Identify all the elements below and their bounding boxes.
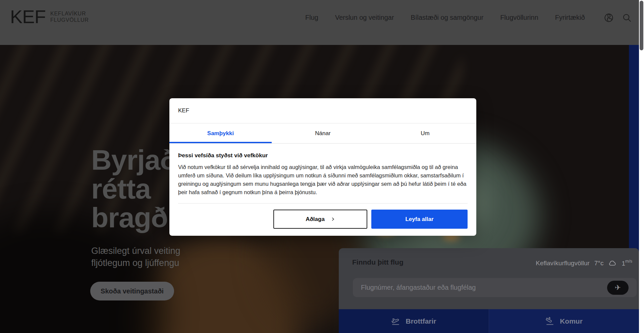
hero-subtitle-line1: Glæsilegt úrval veiting — [91, 245, 180, 257]
hero-subtitle-line2: fljótlegum og ljúffengu — [91, 257, 180, 269]
cookie-dialog-brand: KEF — [178, 107, 189, 114]
tab-departures[interactable]: Brottfarir — [339, 309, 489, 333]
nav-item-flugvollurinn[interactable]: Flugvöllurinn — [500, 14, 538, 21]
plane-takeoff-icon — [391, 317, 400, 326]
kef-logo-mark: KEF — [10, 7, 46, 26]
allow-all-cookies-button[interactable]: Leyfa allar — [371, 210, 468, 229]
hero-subtitle: Glæsilegt úrval veiting fljótlegum og lj… — [91, 245, 180, 269]
search-icon[interactable] — [622, 13, 632, 23]
view-restaurants-button[interactable]: Skoða veitingastaði — [90, 282, 174, 300]
globe-icon[interactable] — [604, 13, 614, 23]
scrollbar-thumb[interactable] — [640, 1, 643, 50]
weather-wind: 1m/s — [622, 259, 632, 267]
plane-icon: ✈ — [615, 284, 621, 291]
header-icons — [604, 0, 632, 35]
flight-board-tabs: Brottfarir Komur — [339, 309, 639, 333]
tab-consent[interactable]: Samþykki — [169, 123, 272, 143]
tab-details[interactable]: Nánar — [272, 123, 374, 143]
tab-about[interactable]: Um — [374, 123, 476, 143]
nav-item-flug[interactable]: Flug — [305, 14, 318, 21]
plane-landing-icon — [545, 317, 554, 326]
nav-item-verslun-og-veitingar[interactable]: Verslun og veitingar — [335, 14, 394, 21]
page: Byrjaðu rétta bragðið Glæsilegt úrval ve… — [0, 0, 644, 333]
site-header: KEF KEFLAVÍKUR FLUGVÖLLUR Flug Verslun o… — [0, 0, 639, 45]
cookie-dialog-footer: Aðlaga Leyfa allar — [169, 204, 476, 229]
weather-info: Keflavíkurflugvöllur 7°c 1m/s — [536, 259, 632, 268]
cookie-dialog-tabs: Samþykki Nánar Um — [169, 123, 476, 144]
nav-item-fyrirtaekid[interactable]: Fyrirtækið — [555, 14, 585, 21]
weather-location: Keflavíkurflugvöllur — [536, 260, 590, 267]
tab-arrivals[interactable]: Komur — [489, 309, 639, 333]
cookie-dialog-body: Þessi vefsíða styðst við vefkökur Við no… — [169, 144, 476, 204]
cookie-description: Við notum vefkökur til að sérvelja innih… — [178, 163, 468, 197]
cookie-dialog-header: KEF — [169, 98, 476, 123]
flight-search-widget: Finndu þitt flug Keflavíkurflugvöllur 7°… — [339, 248, 639, 333]
main-nav: Flug Verslun og veitingar Bílastæði og s… — [305, 0, 585, 35]
kef-logo[interactable]: KEF KEFLAVÍKUR FLUGVÖLLUR — [10, 7, 89, 26]
cookie-heading: Þessi vefsíða styðst við vefkökur — [178, 152, 468, 159]
customize-cookies-button[interactable]: Aðlaga — [273, 210, 367, 229]
cookie-consent-dialog: KEF Samþykki Nánar Um Þessi vefsíða styð… — [169, 98, 476, 236]
tab-departures-label: Brottfarir — [406, 317, 436, 325]
scrollbar[interactable] — [639, 0, 644, 333]
kef-logo-text: KEFLAVÍKUR FLUGVÖLLUR — [50, 10, 89, 23]
tab-arrivals-label: Komur — [560, 317, 583, 325]
weather-temperature: 7°c — [594, 260, 604, 267]
chevron-right-icon — [331, 217, 335, 221]
flight-search-button[interactable]: ✈ — [607, 281, 629, 295]
flight-search: ✈ — [353, 278, 637, 297]
flight-widget-title: Finndu þitt flug — [352, 258, 404, 266]
flight-search-input[interactable] — [353, 278, 637, 297]
nav-item-bilastaedi-og-samgongur[interactable]: Bílastæði og samgöngur — [411, 14, 484, 21]
cloud-icon — [608, 259, 617, 268]
